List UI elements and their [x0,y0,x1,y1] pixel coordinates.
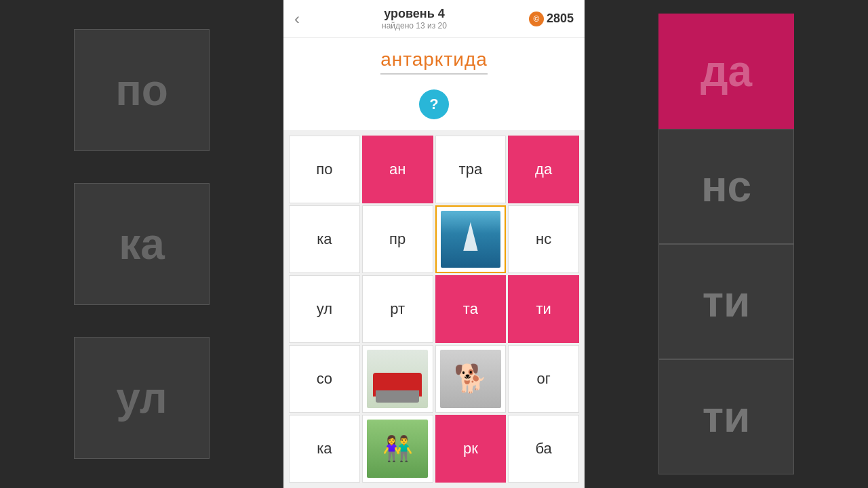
cell-4-1-image[interactable] [362,415,433,483]
cell-text-4-0: ка [317,440,332,458]
left-bg-cell-2: ка [74,183,210,305]
left-bg-cell-3: ул [74,337,210,459]
cell-2-2[interactable]: та [435,275,507,343]
header: ‹ уровень 4 найдено 13 из 20 © 2805 [283,0,585,38]
cell-text-0-0: по [316,161,332,178]
cell-text-2-0: ул [317,300,332,318]
screen-container: по ка ул ‹ уровень 4 найдено 13 из 20 © … [0,0,868,488]
right-bg-cell-4: ти [658,359,794,474]
word-area: антарктида [283,38,585,83]
cell-text-2-1: рт [390,300,405,318]
cell-0-2[interactable]: тра [435,136,507,203]
grid-container: по ан тра да ка пр [283,130,585,488]
cell-1-2-image[interactable] [435,205,507,273]
right-bg-text-1: да [701,46,752,96]
cell-0-3[interactable]: да [508,136,579,203]
cell-3-2-image[interactable] [435,345,507,413]
cell-text-1-3: нс [536,230,551,248]
cell-text-1-1: пр [389,230,406,248]
level-subtitle: найдено 13 из 20 [382,21,447,30]
coin-icon: © [529,12,544,26]
grid: по ан тра да ка пр [289,136,579,483]
cell-4-3[interactable]: ба [508,415,579,483]
people-image [367,420,428,478]
cell-3-1-image[interactable] [362,345,433,413]
cell-1-1[interactable]: пр [362,205,433,273]
cell-text-0-3: да [535,161,552,178]
cell-0-1[interactable]: ан [362,136,433,203]
cell-text-2-2: та [463,300,478,318]
cell-4-0[interactable]: ка [289,415,360,483]
cell-text-4-3: ба [535,440,551,458]
right-bg-cell-3: ти [658,244,794,359]
back-button[interactable]: ‹ [294,11,300,27]
cell-0-0[interactable]: по [289,136,360,203]
coins-display: © 2805 [529,12,574,26]
left-panel: по ка ул [0,0,283,488]
help-button[interactable]: ? [419,89,449,119]
right-bg-cell-1: да [658,14,794,129]
cell-text-3-3: ог [536,370,550,388]
cell-3-3[interactable]: ог [508,345,579,413]
left-bg-text-1: по [115,65,168,115]
right-bg-text-2: нс [701,161,751,211]
cell-2-3[interactable]: ти [508,275,579,343]
coin-value: 2805 [547,12,574,26]
left-bg-cell-1: по [74,29,210,151]
help-area: ? [283,83,585,130]
level-title: уровень 4 [384,7,445,21]
cell-text-0-2: тра [459,161,483,178]
cell-1-3[interactable]: нс [508,205,579,273]
header-center: уровень 4 найдено 13 из 20 [382,7,447,30]
left-bg-text-3: ул [116,373,167,423]
cell-3-0[interactable]: со [289,345,360,413]
iceberg-image [441,211,501,268]
cell-text-2-3: ти [536,300,551,318]
center-panel: ‹ уровень 4 найдено 13 из 20 © 2805 анта… [283,0,585,488]
cell-1-0[interactable]: ка [289,205,360,273]
cell-text-3-0: со [317,370,332,388]
right-bg-text-3: ти [703,277,751,327]
right-bg-text-4: ти [703,392,751,442]
cell-4-2[interactable]: рк [435,415,507,483]
cell-2-1[interactable]: рт [362,275,433,343]
cell-text-1-0: ка [317,230,332,248]
left-bg-text-2: ка [119,219,165,269]
right-bg-cell-2: нс [658,129,794,244]
right-panel: да нс ти ти [585,0,868,488]
cell-text-0-1: ан [389,161,406,178]
bus-image [367,350,428,408]
word-text: антарктида [380,49,488,75]
cell-text-4-2: рк [463,440,478,458]
cell-2-0[interactable]: ул [289,275,360,343]
dog-image [440,350,501,408]
